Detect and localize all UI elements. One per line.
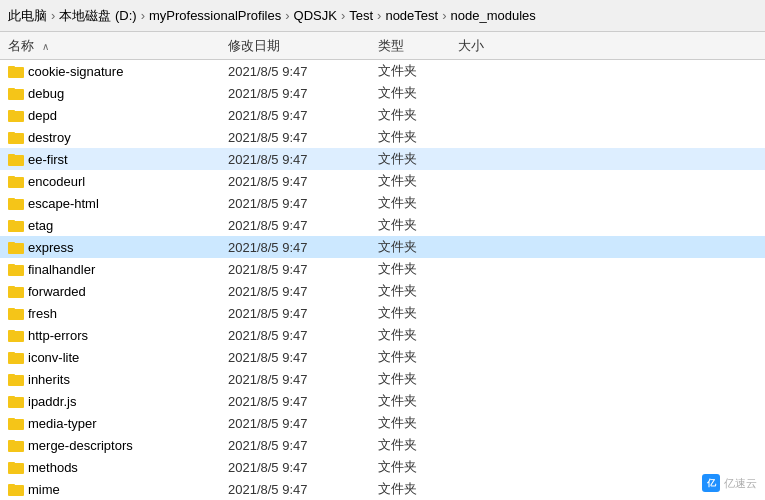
file-name: finalhandler xyxy=(28,262,95,277)
file-type: 文件夹 xyxy=(378,238,458,256)
folder-icon xyxy=(8,108,24,122)
watermark-icon: 亿 xyxy=(702,474,720,492)
file-type: 文件夹 xyxy=(378,392,458,410)
table-row[interactable]: depd2021/8/5 9:47文件夹 xyxy=(0,104,765,126)
file-date: 2021/8/5 9:47 xyxy=(228,394,378,409)
table-row[interactable]: ipaddr.js2021/8/5 9:47文件夹 xyxy=(0,390,765,412)
table-row[interactable]: express2021/8/5 9:47文件夹 xyxy=(0,236,765,258)
folder-icon xyxy=(8,284,24,298)
breadcrumb-sep: › xyxy=(51,8,55,23)
table-row[interactable]: debug2021/8/5 9:47文件夹 xyxy=(0,82,765,104)
file-type: 文件夹 xyxy=(378,62,458,80)
table-row[interactable]: merge-descriptors2021/8/5 9:47文件夹 xyxy=(0,434,765,456)
file-name-cell: express xyxy=(8,240,228,255)
file-date: 2021/8/5 9:47 xyxy=(228,372,378,387)
file-name: cookie-signature xyxy=(28,64,123,79)
table-row[interactable]: fresh2021/8/5 9:47文件夹 xyxy=(0,302,765,324)
col-header-name[interactable]: 名称 ∧ xyxy=(8,37,228,55)
file-date: 2021/8/5 9:47 xyxy=(228,108,378,123)
table-row[interactable]: ee-first2021/8/5 9:47文件夹 xyxy=(0,148,765,170)
col-header-type[interactable]: 类型 xyxy=(378,37,458,55)
svg-rect-3 xyxy=(8,88,15,91)
svg-rect-39 xyxy=(8,484,15,487)
file-date: 2021/8/5 9:47 xyxy=(228,174,378,189)
table-row[interactable]: inherits2021/8/5 9:47文件夹 xyxy=(0,368,765,390)
folder-icon xyxy=(8,218,24,232)
file-date: 2021/8/5 9:47 xyxy=(228,86,378,101)
file-type: 文件夹 xyxy=(378,216,458,234)
table-row[interactable]: destroy2021/8/5 9:47文件夹 xyxy=(0,126,765,148)
file-name: ipaddr.js xyxy=(28,394,76,409)
file-name-cell: http-errors xyxy=(8,328,228,343)
file-name-cell: forwarded xyxy=(8,284,228,299)
file-type: 文件夹 xyxy=(378,304,458,322)
file-type: 文件夹 xyxy=(378,458,458,476)
folder-icon xyxy=(8,372,24,386)
breadcrumb-sep: › xyxy=(285,8,289,23)
col-header-size[interactable]: 大小 xyxy=(458,37,538,55)
file-name: escape-html xyxy=(28,196,99,211)
file-name: encodeurl xyxy=(28,174,85,189)
svg-rect-5 xyxy=(8,110,15,113)
table-row[interactable]: iconv-lite2021/8/5 9:47文件夹 xyxy=(0,346,765,368)
table-row[interactable]: media-typer2021/8/5 9:47文件夹 xyxy=(0,412,765,434)
folder-icon xyxy=(8,174,24,188)
svg-rect-31 xyxy=(8,396,15,399)
file-date: 2021/8/5 9:47 xyxy=(228,196,378,211)
folder-icon xyxy=(8,196,24,210)
svg-rect-11 xyxy=(8,176,15,179)
svg-rect-35 xyxy=(8,440,15,443)
table-row[interactable]: encodeurl2021/8/5 9:47文件夹 xyxy=(0,170,765,192)
file-date: 2021/8/5 9:47 xyxy=(228,262,378,277)
breadcrumb-sep: › xyxy=(377,8,381,23)
table-row[interactable]: http-errors2021/8/5 9:47文件夹 xyxy=(0,324,765,346)
table-row[interactable]: mime2021/8/5 9:47文件夹 xyxy=(0,478,765,500)
sort-arrow-icon: ∧ xyxy=(42,41,49,52)
file-name-cell: inherits xyxy=(8,372,228,387)
col-header-date[interactable]: 修改日期 xyxy=(228,37,378,55)
file-type: 文件夹 xyxy=(378,128,458,146)
breadcrumb: 此电脑›本地磁盘 (D:)›myProfessionalProfiles›QDS… xyxy=(0,0,765,32)
folder-icon xyxy=(8,482,24,496)
file-date: 2021/8/5 9:47 xyxy=(228,460,378,475)
folder-icon xyxy=(8,130,24,144)
folder-icon xyxy=(8,152,24,166)
file-name-cell: destroy xyxy=(8,130,228,145)
svg-rect-1 xyxy=(8,66,15,69)
breadcrumb-item-5[interactable]: nodeTest xyxy=(385,8,438,23)
table-row[interactable]: finalhandler2021/8/5 9:47文件夹 xyxy=(0,258,765,280)
table-row[interactable]: forwarded2021/8/5 9:47文件夹 xyxy=(0,280,765,302)
table-row[interactable]: escape-html2021/8/5 9:47文件夹 xyxy=(0,192,765,214)
file-name: http-errors xyxy=(28,328,88,343)
table-row[interactable]: methods2021/8/5 9:47文件夹 xyxy=(0,456,765,478)
file-name: inherits xyxy=(28,372,70,387)
folder-icon xyxy=(8,460,24,474)
breadcrumb-item-6[interactable]: node_modules xyxy=(451,8,536,23)
svg-rect-7 xyxy=(8,132,15,135)
file-type: 文件夹 xyxy=(378,194,458,212)
file-name-cell: iconv-lite xyxy=(8,350,228,365)
file-name: express xyxy=(28,240,74,255)
file-name-cell: finalhandler xyxy=(8,262,228,277)
folder-icon xyxy=(8,438,24,452)
file-type: 文件夹 xyxy=(378,282,458,300)
table-row[interactable]: etag2021/8/5 9:47文件夹 xyxy=(0,214,765,236)
breadcrumb-sep: › xyxy=(141,8,145,23)
file-date: 2021/8/5 9:47 xyxy=(228,328,378,343)
breadcrumb-item-1[interactable]: 本地磁盘 (D:) xyxy=(59,7,136,25)
breadcrumb-item-3[interactable]: QDSJK xyxy=(294,8,337,23)
folder-icon xyxy=(8,328,24,342)
file-date: 2021/8/5 9:47 xyxy=(228,350,378,365)
breadcrumb-item-2[interactable]: myProfessionalProfiles xyxy=(149,8,281,23)
breadcrumb-item-0[interactable]: 此电脑 xyxy=(8,7,47,25)
folder-icon xyxy=(8,262,24,276)
breadcrumb-item-4[interactable]: Test xyxy=(349,8,373,23)
table-row[interactable]: cookie-signature2021/8/5 9:47文件夹 xyxy=(0,60,765,82)
file-date: 2021/8/5 9:47 xyxy=(228,284,378,299)
file-type: 文件夹 xyxy=(378,348,458,366)
file-name-cell: media-typer xyxy=(8,416,228,431)
file-name-cell: etag xyxy=(8,218,228,233)
file-type: 文件夹 xyxy=(378,84,458,102)
breadcrumb-sep: › xyxy=(442,8,446,23)
watermark-text: 亿速云 xyxy=(724,476,757,491)
